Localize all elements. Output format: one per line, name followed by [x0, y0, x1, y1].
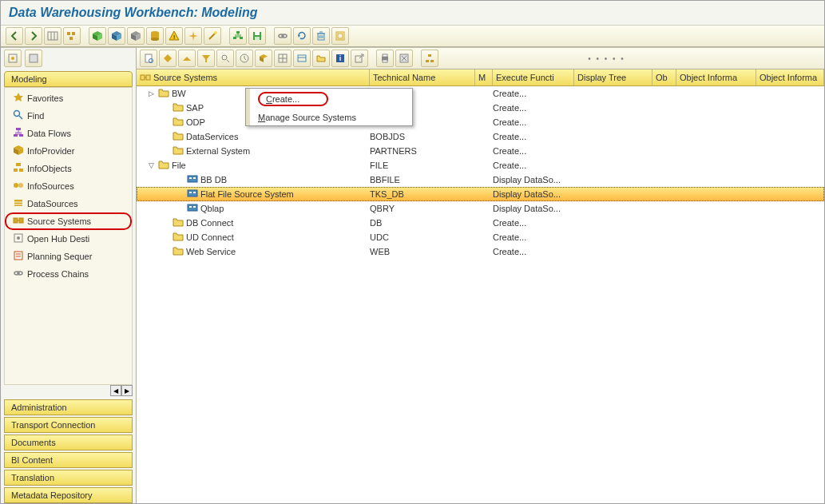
nav-item-chain[interactable]: Process Chains: [5, 265, 132, 283]
tree-row[interactable]: DataServices BOBJDS Create...: [137, 129, 824, 144]
col-display-tree[interactable]: Display Tree: [574, 69, 652, 85]
col-obj-info2[interactable]: Object Informa: [756, 69, 824, 85]
bottom-button-stack: AdministrationTransport ConnectionDocume…: [1, 396, 136, 503]
left-tool2-icon[interactable]: [25, 50, 42, 67]
execute-function[interactable]: Display DataSo...: [493, 175, 574, 185]
execute-function[interactable]: Create...: [493, 132, 574, 141]
tech-name: FILE: [370, 161, 475, 170]
nav-item-infosrc[interactable]: InfoSources: [5, 177, 132, 195]
execute-function[interactable]: Display DataSo...: [493, 189, 574, 199]
col-ob[interactable]: Ob: [652, 69, 676, 85]
nav-item-favorites[interactable]: Favorites: [5, 89, 132, 107]
left-tool1-icon[interactable]: [4, 50, 22, 67]
sub-collapse-all-icon[interactable]: [178, 50, 196, 67]
sub-grid-icon[interactable]: [274, 50, 292, 67]
execute-function[interactable]: Create...: [493, 89, 574, 98]
sub-cube-icon[interactable]: [255, 50, 272, 67]
sub-expand-all-icon[interactable]: [159, 50, 177, 67]
expander-closed-icon[interactable]: ▷: [147, 89, 156, 98]
columns-icon[interactable]: [44, 27, 61, 45]
nav-item-datasrc[interactable]: DataSources: [5, 195, 132, 212]
trash-icon[interactable]: [312, 27, 330, 45]
execute-function[interactable]: Display DataSo...: [493, 204, 574, 213]
page-title: Data Warehousing Workbench: Modeling: [1, 1, 824, 26]
expander-open-icon[interactable]: ▽: [147, 161, 156, 170]
sub-external-icon[interactable]: [351, 50, 368, 67]
ctx-item-manage-source-systems[interactable]: Manage Source Systems: [250, 109, 412, 125]
bottom-btn-administration[interactable]: Administration: [4, 399, 133, 415]
bottom-btn-bi-content[interactable]: BI Content: [4, 452, 133, 468]
ctx-item-create[interactable]: Create...: [250, 89, 412, 109]
tree-row[interactable]: ▽File FILE Create...: [137, 158, 824, 173]
nav-item-find[interactable]: Find: [5, 107, 132, 125]
sub-filter-icon[interactable]: [197, 50, 215, 67]
sub-print-icon[interactable]: [376, 50, 394, 67]
sparkle-icon[interactable]: [184, 27, 202, 45]
nav-label: InfoProvider: [27, 146, 74, 156]
sub-info-icon[interactable]: i: [331, 50, 349, 67]
sub-find-icon[interactable]: [216, 50, 234, 67]
warning-icon[interactable]: !: [165, 27, 183, 45]
tree-row[interactable]: Web Service WEB Create...: [137, 244, 824, 259]
nav-item-sourcesys[interactable]: Source Systems: [5, 212, 132, 230]
tree-label: Web Service: [186, 247, 236, 256]
db-icon[interactable]: [146, 27, 164, 45]
save-icon[interactable]: [248, 27, 266, 45]
cube-green-icon[interactable]: [89, 27, 106, 45]
tree-row[interactable]: SAP Create...: [137, 101, 824, 115]
bottom-btn-documents[interactable]: Documents: [4, 435, 133, 450]
cube-blue-icon[interactable]: [108, 27, 125, 45]
back-button[interactable]: [6, 27, 23, 45]
bottom-btn-translation[interactable]: Translation: [4, 470, 133, 486]
sub-hierarchy-icon[interactable]: [421, 50, 438, 67]
sub-folder-open-icon[interactable]: [312, 50, 330, 67]
bottom-btn-metadata-repository[interactable]: Metadata Repository: [4, 487, 133, 503]
tree-row[interactable]: BB DB BBFILE Display DataSo...: [137, 173, 824, 187]
sub-history-icon[interactable]: [236, 50, 253, 67]
execute-function[interactable]: Create...: [493, 218, 574, 228]
scroll-right-btn[interactable]: ▶: [121, 385, 133, 396]
sub-doc-icon[interactable]: [140, 50, 157, 67]
col-m[interactable]: M: [475, 69, 493, 85]
nav-item-infoobj[interactable]: InfoObjects: [5, 160, 132, 177]
tree-row[interactable]: Flat File Source System TKS_DB Display D…: [137, 187, 824, 201]
link-icon[interactable]: [274, 27, 292, 45]
tree-row[interactable]: Qblap QBRY Display DataSo...: [137, 201, 824, 216]
sub-window-icon[interactable]: [293, 50, 311, 67]
execute-function[interactable]: Create...: [493, 103, 574, 113]
nav-item-dataflow[interactable]: Data Flows: [5, 125, 132, 142]
svg-rect-101: [188, 176, 197, 182]
scroll-left-btn[interactable]: ◀: [110, 385, 121, 396]
execute-function[interactable]: Create...: [493, 161, 574, 170]
refresh-icon[interactable]: [293, 27, 311, 45]
sub-close-icon[interactable]: [395, 50, 413, 67]
wand-icon[interactable]: [204, 27, 221, 45]
col-obj-info1[interactable]: Object Informa: [676, 69, 756, 85]
execute-function[interactable]: Create...: [493, 247, 574, 256]
forward-button[interactable]: [25, 27, 42, 45]
execute-function[interactable]: Create...: [493, 146, 574, 156]
tree-icon[interactable]: [229, 27, 247, 45]
bottom-btn-transport-connection[interactable]: Transport Connection: [4, 417, 133, 433]
tree-row[interactable]: ODP ODP Create...: [137, 115, 824, 129]
tree-row[interactable]: DB Connect DB Create...: [137, 216, 824, 230]
tree-row[interactable]: ▷BW Create...: [137, 86, 824, 101]
nav-item-openhub[interactable]: Open Hub Desti: [5, 230, 132, 248]
tree-layout-icon[interactable]: [63, 27, 81, 45]
nav-item-infoprov[interactable]: InfoProvider: [5, 142, 132, 160]
tree-row[interactable]: External System PARTNERS Create...: [137, 144, 824, 158]
cube-gray-icon[interactable]: [127, 27, 145, 45]
tree-body[interactable]: ▷BW Create... SAP Create... ODP ODP Crea…: [137, 86, 824, 503]
svg-rect-47: [16, 128, 21, 130]
tree-row[interactable]: UD Connect UDC Create...: [137, 230, 824, 244]
execute-function[interactable]: Create...: [493, 117, 574, 127]
nav-label: DataSources: [27, 199, 78, 208]
nested-sq-icon[interactable]: [331, 27, 349, 45]
col-execute[interactable]: Execute Functi: [493, 69, 574, 85]
nav-item-planseq[interactable]: Planning Sequer: [5, 248, 132, 265]
col-source-systems[interactable]: Source Systems: [137, 69, 370, 85]
col-technical-name[interactable]: Technical Name: [370, 69, 475, 85]
tree-label: External System: [186, 146, 250, 156]
execute-function[interactable]: Create...: [493, 232, 574, 242]
svg-rect-106: [193, 192, 196, 193]
